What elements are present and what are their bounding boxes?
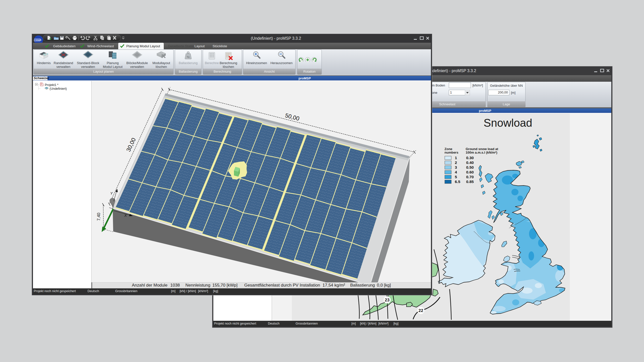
svg-text:1: 1 <box>455 156 457 160</box>
svg-text:22: 22 <box>419 308 423 313</box>
svg-text:Schweizer: Schweizer <box>35 39 42 41</box>
svg-text:2: 2 <box>455 160 457 165</box>
svg-text:0.85: 0.85 <box>466 179 474 184</box>
svg-text:Ground snow load at: Ground snow load at <box>466 147 498 151</box>
svg-text:5: 5 <box>455 175 457 179</box>
svg-text:0.70: 0.70 <box>466 175 474 179</box>
svg-text:6.5: 6.5 <box>455 179 460 184</box>
svg-text:4: 4 <box>455 170 457 174</box>
svg-text:3: 3 <box>455 165 457 169</box>
svg-text:0.50: 0.50 <box>466 165 474 169</box>
svg-text:23: 23 <box>385 298 390 302</box>
svg-text:0.60: 0.60 <box>466 170 474 174</box>
svg-text:numbers: numbers <box>445 151 458 154</box>
svg-text:0.30: 0.30 <box>466 156 474 160</box>
svg-text:100m a.m.s.l (kN/m²): 100m a.m.s.l (kN/m²) <box>466 151 497 154</box>
svg-text:7,40: 7,40 <box>96 213 101 221</box>
svg-text:Zone: Zone <box>445 147 452 151</box>
svg-text:0.40: 0.40 <box>466 160 474 165</box>
svg-text:X: X <box>124 213 127 217</box>
svg-text:Snowload: Snowload <box>484 117 532 129</box>
svg-text:30,00: 30,00 <box>125 137 137 153</box>
svg-text:50,00: 50,00 <box>285 112 300 122</box>
svg-text:kg: kg <box>187 56 190 58</box>
svg-text:Y: Y <box>110 191 113 195</box>
